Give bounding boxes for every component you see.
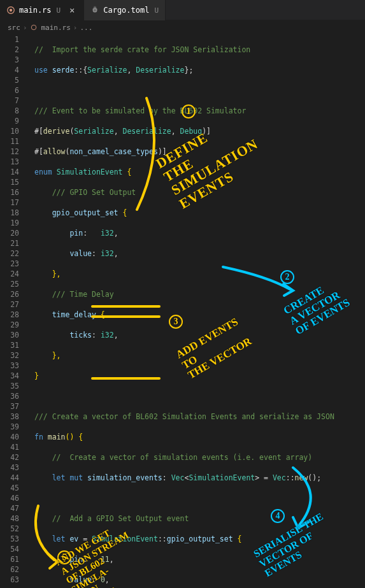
line-number: 42 (0, 452, 19, 463)
line-number: 6 (0, 85, 19, 96)
line-number: 31 (0, 340, 19, 350)
line-number: 20 (0, 228, 19, 238)
line-number: 44 (0, 473, 19, 483)
line-number: 38 (0, 412, 19, 422)
close-icon[interactable]: × (67, 5, 77, 15)
svg-point-1 (10, 9, 12, 11)
line-number: 39 (0, 422, 19, 432)
tab-label: Cargo.toml (103, 6, 149, 15)
line-number: 22 (0, 248, 19, 259)
rust-icon (30, 23, 39, 32)
line-number: 48 (0, 513, 19, 524)
line-number: 12 (0, 147, 19, 157)
line-number: 24 (0, 269, 19, 279)
line-number: 45 (0, 483, 19, 493)
chevron-right-icon: › (23, 24, 27, 32)
line-number: 3 (0, 55, 19, 65)
line-number: 26 (0, 289, 19, 299)
line-number: 62 (0, 564, 19, 575)
rust-icon (6, 6, 15, 15)
breadcrumb-part[interactable]: ... (80, 24, 92, 32)
line-number: 5 (0, 75, 19, 85)
line-number: 2 (0, 45, 19, 55)
line-number: 54 (0, 544, 19, 554)
chevron-right-icon: › (73, 24, 78, 32)
line-number-gutter: 1 2 3 4 5 6 7 8 9 10 11 12 13 14 15 16 1… (0, 34, 27, 588)
tab-label: main.rs (19, 6, 52, 15)
tab-cargo-toml[interactable]: Cargo.toml U (84, 0, 166, 20)
code-content[interactable]: // Import the serde crate for JSON Seria… (27, 34, 365, 588)
editor-tabs: main.rs U × Cargo.toml U (0, 0, 365, 20)
line-number: 41 (0, 442, 19, 452)
line-number: 19 (0, 218, 19, 228)
line-number: 35 (0, 381, 19, 391)
tab-main-rs[interactable]: main.rs U × (0, 0, 84, 20)
gear-icon (90, 6, 99, 15)
breadcrumb-part[interactable]: src (8, 24, 20, 32)
line-number: 28 (0, 310, 19, 320)
line-number: 21 (0, 238, 19, 248)
line-number: 16 (0, 187, 19, 197)
svg-point-2 (31, 25, 36, 30)
line-number: 17 (0, 197, 19, 208)
line-number: 29 (0, 320, 19, 330)
line-number: 27 (0, 299, 19, 310)
line-number: 34 (0, 371, 19, 381)
line-number: 10 (0, 126, 19, 136)
line-number: 46 (0, 493, 19, 503)
line-number: 63 (0, 575, 19, 585)
line-number: 23 (0, 259, 19, 269)
line-number: 61 (0, 554, 19, 564)
line-number: 11 (0, 136, 19, 147)
tab-git-status: U (57, 6, 61, 15)
line-number: 32 (0, 350, 19, 361)
line-number: 18 (0, 208, 19, 218)
code-editor[interactable]: 1 2 3 4 5 6 7 8 9 10 11 12 13 14 15 16 1… (0, 34, 365, 588)
tab-git-status: U (154, 6, 159, 15)
line-number: 13 (0, 157, 19, 167)
breadcrumb-part[interactable]: main.rs (41, 24, 71, 32)
line-number: 33 (0, 361, 19, 371)
line-number: 30 (0, 330, 19, 340)
line-number: 15 (0, 177, 19, 187)
line-number: 47 (0, 503, 19, 513)
line-number: 8 (0, 106, 19, 116)
line-number: 40 (0, 432, 19, 442)
breadcrumb[interactable]: src › main.rs › ... (0, 20, 365, 34)
line-number: 43 (0, 463, 19, 473)
line-number: 9 (0, 116, 19, 126)
line-number: 1 (0, 34, 19, 45)
line-number: 37 (0, 401, 19, 412)
line-number: 53 (0, 534, 19, 544)
line-number: 7 (0, 96, 19, 106)
line-number: 52 (0, 524, 19, 534)
line-number: 25 (0, 279, 19, 289)
line-number: 36 (0, 391, 19, 401)
line-number: 14 (0, 167, 19, 177)
line-number: 4 (0, 65, 19, 75)
